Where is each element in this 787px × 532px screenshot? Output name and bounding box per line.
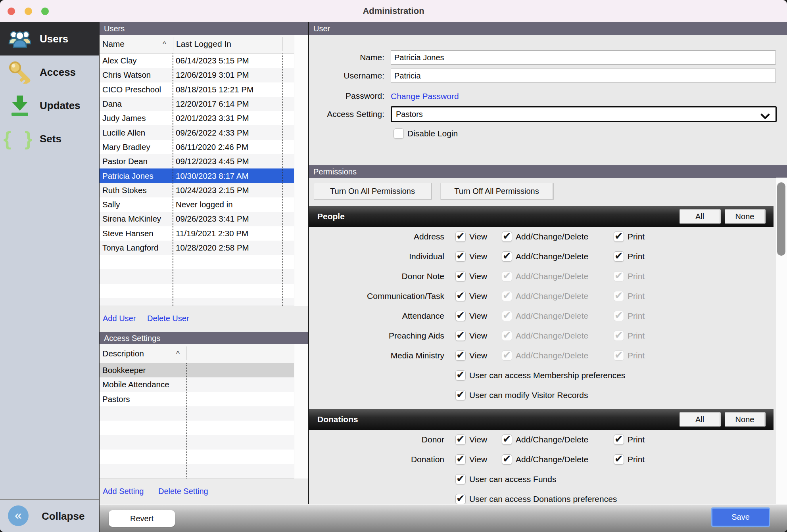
sidebar-item-users[interactable]: Users <box>0 22 99 55</box>
checkbox[interactable]: ✔ <box>455 311 466 321</box>
table-row[interactable]: Alex Clay06/14/2023 5:15 PM <box>100 54 294 68</box>
checkbox[interactable]: ✔ <box>614 251 624 262</box>
sidebar-item-label: Access <box>40 66 76 78</box>
turn-on-all-permissions-button[interactable]: Turn On All Permissions <box>314 183 432 200</box>
last-logged-in-cell: Never logged in <box>173 200 282 209</box>
table-row[interactable]: SallyNever logged in <box>100 197 294 212</box>
users-panel-title: Users <box>104 24 125 33</box>
print-permission-group: ✔Print <box>614 350 645 361</box>
print-permission-group: ✔Print <box>614 434 645 445</box>
table-row[interactable]: Pastor Dean09/12/2023 4:45 PM <box>100 154 294 168</box>
checkbox[interactable]: ✔ <box>455 434 466 445</box>
checkbox[interactable]: ✔ <box>502 232 512 242</box>
delete-setting-link[interactable]: Delete Setting <box>158 487 208 496</box>
table-row[interactable]: Chris Watson12/06/2019 3:01 PM <box>100 68 294 82</box>
checkbox: ✔ <box>502 331 512 341</box>
turn-off-all-permissions-button[interactable]: Turn Off All Permissions <box>440 183 554 200</box>
none-button[interactable]: None <box>725 412 766 427</box>
collapse-label[interactable]: Collapse <box>42 500 84 532</box>
last-logged-in-cell: 02/01/2023 3:31 PM <box>173 113 282 123</box>
checkbox: ✔ <box>614 271 624 281</box>
all-button[interactable]: All <box>680 209 721 224</box>
sidebar-item-updates[interactable]: Updates <box>0 89 99 122</box>
checkbox[interactable]: ✔ <box>614 434 624 445</box>
extra-permission-group: ✔User can access Membership preferences <box>455 370 625 381</box>
checkbox[interactable]: ✔ <box>455 350 466 361</box>
check-icon: ✔ <box>503 329 511 341</box>
extra-permission-group: ✔User can access Donations preferences <box>455 494 617 504</box>
settings-table-scroll-gutter <box>294 344 308 478</box>
sidebar-item-sets[interactable]: { }Sets <box>0 122 99 155</box>
checkbox[interactable]: ✔ <box>455 370 466 381</box>
table-row[interactable]: Mary Bradley06/11/2020 2:46 PM <box>100 140 294 154</box>
disable-login-checkbox[interactable] <box>394 128 404 139</box>
checkbox[interactable]: ✔ <box>455 454 466 465</box>
users-column-last-logged-in[interactable]: Last Logged In <box>176 35 231 53</box>
print-permission-group: ✔Print <box>614 454 645 465</box>
print-permission-group: ✔Print <box>614 251 645 262</box>
permission-label: Donor Note <box>309 266 444 286</box>
add-change-delete-permission-group: ✔Add/Change/Delete <box>502 331 588 341</box>
checkbox[interactable]: ✔ <box>455 291 466 301</box>
checkbox[interactable]: ✔ <box>455 494 466 504</box>
checkbox[interactable]: ✔ <box>502 434 512 445</box>
section-title: People <box>317 206 345 227</box>
checkbox[interactable]: ✔ <box>455 271 466 281</box>
permissions-panel-title: Permissions <box>313 167 357 176</box>
table-row[interactable]: Ruth Stokes10/24/2023 2:15 PM <box>100 183 294 197</box>
table-row[interactable]: Tonya Langford10/28/2020 2:58 PM <box>100 241 294 255</box>
username-label: Username: <box>309 69 384 83</box>
table-row[interactable]: CICO Preschool08/18/2015 12:21 PM <box>100 82 294 97</box>
user-name-cell: Pastor Dean <box>100 157 173 166</box>
check-icon: ✔ <box>614 453 623 465</box>
add-user-link[interactable]: Add User <box>103 314 136 323</box>
username-field[interactable] <box>391 69 776 83</box>
add-change-delete-permission-group: ✔Add/Change/Delete <box>502 232 588 242</box>
user-name-cell: Ruth Stokes <box>100 186 173 195</box>
table-row[interactable]: Pastors <box>100 392 294 406</box>
permission-row: Individual✔View✔Add/Change/Delete✔Print <box>309 247 774 266</box>
access-settings-panel-title: Access Settings <box>104 334 160 343</box>
check-icon: ✔ <box>614 250 623 262</box>
table-row[interactable]: Mobile Attendance <box>100 377 294 392</box>
checkbox[interactable]: ✔ <box>455 232 466 242</box>
table-row[interactable]: Sirena McKinley09/26/2023 3:41 PM <box>100 212 294 226</box>
checkbox[interactable]: ✔ <box>614 454 624 465</box>
checkbox[interactable]: ✔ <box>502 454 512 465</box>
extra-permission-group: ✔User can access Funds <box>455 474 556 484</box>
braces-icon: { } <box>0 129 40 149</box>
name-field[interactable] <box>391 50 776 65</box>
save-button[interactable]: Save <box>711 507 770 527</box>
users-column-name[interactable]: Name <box>102 35 125 53</box>
table-row[interactable]: Dana12/20/2017 6:14 PM <box>100 97 294 111</box>
table-row[interactable]: Bookkeeper <box>100 363 294 377</box>
checkbox[interactable]: ✔ <box>455 390 466 400</box>
sort-ascending-icon: ^ <box>176 344 180 363</box>
checkbox[interactable]: ✔ <box>455 331 466 341</box>
none-button[interactable]: None <box>725 209 766 224</box>
checkbox[interactable]: ✔ <box>455 251 466 262</box>
change-password-link[interactable]: Change Password <box>391 92 459 101</box>
collapse-button[interactable]: « <box>8 505 29 526</box>
delete-user-link[interactable]: Delete User <box>147 314 189 323</box>
table-row[interactable]: Lucille Allen09/26/2022 4:33 PM <box>100 125 294 140</box>
table-row[interactable]: Patricia Jones10/30/2023 8:17 AM <box>100 168 294 183</box>
last-logged-in-cell: 10/24/2023 2:15 PM <box>173 186 282 195</box>
extra-permission-label: User can access Funds <box>469 475 556 484</box>
user-name-cell: Sirena McKinley <box>100 214 173 224</box>
checkbox: ✔ <box>614 291 624 301</box>
checkbox[interactable]: ✔ <box>614 232 624 242</box>
settings-column-description[interactable]: Description <box>102 344 144 363</box>
add-setting-link[interactable]: Add Setting <box>103 487 144 496</box>
permissions-scrollbar-thumb[interactable] <box>777 182 785 256</box>
sidebar-item-access[interactable]: Access <box>0 55 99 89</box>
checkbox[interactable]: ✔ <box>502 251 512 262</box>
checkbox: ✔ <box>502 311 512 321</box>
table-row[interactable]: Judy James02/01/2023 3:31 PM <box>100 111 294 125</box>
access-setting-dropdown[interactable]: Pastors <box>391 106 777 122</box>
checkbox[interactable]: ✔ <box>455 474 466 484</box>
all-button[interactable]: All <box>680 412 721 427</box>
revert-button[interactable]: Revert <box>109 510 175 527</box>
table-row[interactable]: Steve Hansen11/19/2021 2:30 PM <box>100 226 294 241</box>
check-icon: ✔ <box>614 309 623 321</box>
